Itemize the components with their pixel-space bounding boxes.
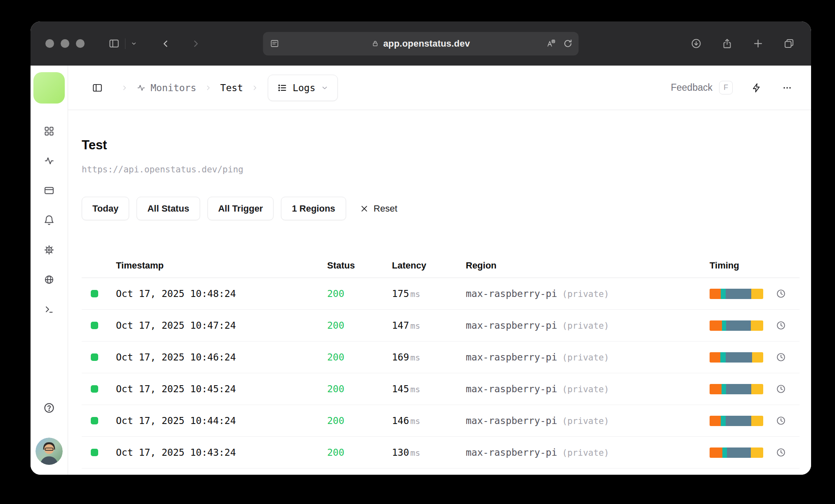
timing-segment xyxy=(710,384,722,394)
browser-sidebar-toggle-icon[interactable] xyxy=(109,38,120,49)
app: Monitors Test Logs xyxy=(31,66,811,475)
region-name: max-raspberry-pi xyxy=(466,447,557,458)
clock-icon[interactable] xyxy=(776,384,786,394)
page-settings-icon[interactable] xyxy=(270,39,280,49)
header-region: Region xyxy=(466,260,710,271)
log-region: max-raspberry-pi(private) xyxy=(466,384,710,394)
filter-regions-button[interactable]: 1 Regions xyxy=(281,197,346,220)
log-timestamp: Oct 17, 2025 10:46:24 xyxy=(116,352,327,363)
row-indicator-cell xyxy=(82,449,116,456)
status-indicator xyxy=(91,449,98,456)
reload-icon[interactable] xyxy=(563,39,573,49)
timing-segment xyxy=(722,384,726,394)
status-indicator xyxy=(91,290,98,297)
log-latency: 169ms xyxy=(392,352,466,363)
breadcrumb-test-label: Test xyxy=(220,82,243,93)
terminal-icon xyxy=(44,304,54,315)
log-latency: 175ms xyxy=(392,288,466,299)
tab-overview-icon[interactable] xyxy=(783,38,795,49)
breadcrumb-monitors[interactable]: Monitors xyxy=(137,82,196,93)
sidebar-item-global[interactable] xyxy=(44,274,54,285)
url-domain: app.openstatus.dev xyxy=(383,38,470,49)
latency-unit: ms xyxy=(410,353,420,363)
region-name: max-raspberry-pi xyxy=(466,384,557,394)
region-note: (private) xyxy=(562,353,609,363)
row-indicator-cell xyxy=(82,290,116,297)
more-options-icon[interactable] xyxy=(782,83,792,93)
clock-icon[interactable] xyxy=(776,447,786,458)
timing-segment xyxy=(710,289,721,299)
timing-segment xyxy=(751,447,763,458)
log-timing-cell xyxy=(710,384,800,394)
log-status: 200 xyxy=(327,384,392,394)
sidebar-item-cli[interactable] xyxy=(44,304,54,315)
reset-filters-button[interactable]: Reset xyxy=(360,203,397,214)
log-status: 200 xyxy=(327,320,392,331)
feedback-shortcut-badge: F xyxy=(719,81,733,94)
reset-label: Reset xyxy=(374,203,397,214)
browser-window: app.openstatus.dev xyxy=(31,21,811,475)
help-button[interactable] xyxy=(43,402,55,414)
timing-segment xyxy=(751,384,763,394)
sidebar-item-dashboard[interactable] xyxy=(44,126,54,137)
sidebar-item-monitors[interactable] xyxy=(44,155,54,166)
log-row[interactable]: Oct 17, 2025 10:44:24 200 146ms max-rasp… xyxy=(82,405,800,437)
filter-period-button[interactable]: Today xyxy=(82,197,129,220)
log-row[interactable]: Oct 17, 2025 10:48:24 200 175ms max-rasp… xyxy=(82,278,800,310)
back-icon[interactable] xyxy=(160,38,171,49)
header-status: Status xyxy=(327,260,392,271)
zap-icon[interactable] xyxy=(752,83,762,93)
downloads-icon[interactable] xyxy=(691,38,702,49)
filter-status-button[interactable]: All Status xyxy=(137,197,200,220)
sidebar-item-notifications[interactable] xyxy=(44,215,54,226)
log-region: max-raspberry-pi(private) xyxy=(466,320,710,331)
status-indicator xyxy=(91,353,98,361)
chevron-right-icon xyxy=(121,84,128,92)
log-region: max-raspberry-pi(private) xyxy=(466,447,710,458)
log-latency: 130ms xyxy=(392,447,466,458)
timing-segment xyxy=(752,352,763,363)
translate-icon[interactable] xyxy=(546,39,556,49)
bell-icon xyxy=(44,215,54,226)
log-row[interactable]: Oct 17, 2025 10:45:24 200 145ms max-rasp… xyxy=(82,373,800,405)
new-tab-icon[interactable] xyxy=(752,38,764,49)
clock-icon[interactable] xyxy=(776,288,786,299)
zoom-window-button[interactable] xyxy=(76,39,85,48)
logs-dropdown-button[interactable]: Logs xyxy=(268,75,337,101)
address-bar-url: app.openstatus.dev xyxy=(263,38,579,49)
workspace-logo[interactable] xyxy=(33,72,65,104)
sidebar-item-settings[interactable] xyxy=(44,245,54,255)
log-row[interactable]: Oct 17, 2025 10:43:24 200 130ms max-rasp… xyxy=(82,437,800,469)
clock-icon[interactable] xyxy=(776,415,786,426)
log-status: 200 xyxy=(327,352,392,363)
clock-icon[interactable] xyxy=(776,320,786,331)
timing-segment xyxy=(727,447,751,458)
timing-segment xyxy=(721,289,726,299)
avatar[interactable] xyxy=(35,438,63,465)
clock-icon[interactable] xyxy=(776,352,786,363)
forward-icon[interactable] xyxy=(191,38,201,49)
feedback-button[interactable]: Feedback xyxy=(671,82,712,93)
latency-value: 145 xyxy=(392,384,409,394)
close-window-button[interactable] xyxy=(45,39,54,48)
browser-toolbar: app.openstatus.dev xyxy=(31,21,811,66)
timing-segment xyxy=(726,384,751,394)
log-row[interactable]: Oct 17, 2025 10:46:24 200 169ms max-rasp… xyxy=(82,341,800,373)
latency-value: 147 xyxy=(392,320,409,331)
timing-bar xyxy=(710,384,763,394)
minimize-window-button[interactable] xyxy=(61,39,69,48)
sidebar-item-status-pages[interactable] xyxy=(44,185,54,196)
status-indicator xyxy=(91,385,98,393)
filter-trigger-button[interactable]: All Trigger xyxy=(208,197,274,220)
log-row[interactable]: Oct 17, 2025 10:47:24 200 147ms max-rasp… xyxy=(82,310,800,341)
timing-segment xyxy=(726,289,751,299)
address-bar[interactable]: app.openstatus.dev xyxy=(263,32,579,55)
app-sidebar-toggle-icon[interactable] xyxy=(92,82,103,93)
breadcrumb-test[interactable]: Test xyxy=(220,82,243,93)
log-latency: 147ms xyxy=(392,320,466,331)
share-icon[interactable] xyxy=(722,38,733,49)
region-name: max-raspberry-pi xyxy=(466,415,557,426)
timing-segment xyxy=(722,320,726,331)
sidebar-chevron-down-icon[interactable] xyxy=(131,40,137,47)
log-status: 200 xyxy=(327,415,392,426)
